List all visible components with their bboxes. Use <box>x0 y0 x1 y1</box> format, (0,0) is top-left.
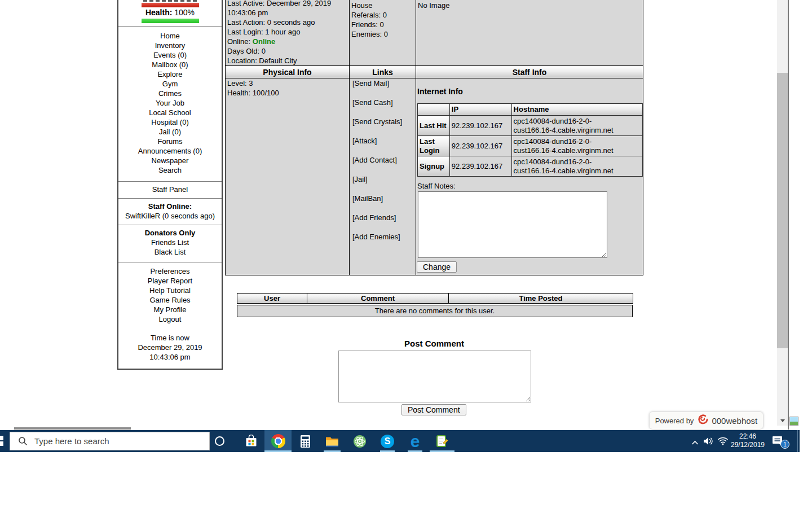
sidebar-item-explore[interactable]: Explore <box>118 69 222 79</box>
search-icon <box>18 436 28 446</box>
taskbar-item-chrome[interactable] <box>264 430 292 452</box>
sidebar-item-staff-panel[interactable]: Staff Panel <box>118 185 222 194</box>
taskbar-item-atom[interactable] <box>346 430 373 452</box>
avatar-cell: No Image <box>416 0 643 66</box>
sidebar-item-local-school[interactable]: Local School <box>118 108 222 117</box>
health-line: Health: 100% <box>118 8 222 17</box>
sidebar-item-logout[interactable]: Logout <box>118 314 222 324</box>
taskbar-item-skype[interactable]: S <box>374 430 401 452</box>
file-explorer-icon <box>325 436 339 447</box>
comments-table: User Comment Time Posted There are no co… <box>237 293 633 317</box>
volume-icon[interactable] <box>703 437 714 448</box>
powered-by-badge[interactable]: Powered by 000webhost <box>650 412 763 429</box>
taskbar-search-input[interactable]: Type here to search <box>10 432 210 450</box>
sidebar-item-hospital[interactable]: Hospital (0) <box>118 117 222 127</box>
house: House <box>351 1 414 10</box>
add-contact-link[interactable]: [Add Contact] <box>352 155 416 165</box>
send-crystals-link[interactable]: [Send Crystals] <box>352 117 416 126</box>
clock-date: 29/12/2019 <box>729 441 767 449</box>
sidebar-item-inventory[interactable]: Inventory <box>118 41 222 50</box>
change-button[interactable]: Change <box>417 261 457 273</box>
sidebar-item-events[interactable]: Events (0) <box>118 50 222 60</box>
send-mail-link[interactable]: [Send Mail] <box>352 78 416 88</box>
staff-online-value: SwiftKilleR (0 seconds ago) <box>118 211 222 221</box>
taskbar-item-calculator[interactable] <box>292 430 319 452</box>
taskbar-item-edge[interactable]: e <box>401 430 429 452</box>
health-value: 100% <box>174 8 195 17</box>
add-friends-link[interactable]: [Add Friends] <box>352 213 416 222</box>
wifi-icon[interactable] <box>717 437 729 448</box>
scrollbar-thumb[interactable] <box>777 73 788 348</box>
ip-table-corner <box>418 104 450 116</box>
show-desktop-button[interactable] <box>797 430 798 452</box>
activity-cell: Last Active: December 29, 2019 10:43:06 … <box>226 0 350 66</box>
microsoft-store-icon <box>245 435 258 448</box>
sidebar-item-your-job[interactable]: Your Job <box>118 98 222 108</box>
send-cash-link[interactable]: [Send Cash] <box>352 98 416 107</box>
row-label-last-hit: Last Hit <box>418 116 450 136</box>
windows-logo-icon <box>0 436 3 440</box>
hostname-line1: cpc140084-dund16-2-0- <box>514 137 641 146</box>
time-clock: 10:43:06 pm <box>118 352 222 362</box>
running-indicator <box>430 450 454 452</box>
sidebar-item-crimes[interactable]: Crimes <box>118 89 222 98</box>
calculator-icon <box>300 435 311 448</box>
running-indicator <box>324 450 341 452</box>
days-old: Days Old: 0 <box>227 46 347 56</box>
post-comment-textarea[interactable] <box>338 351 531 402</box>
sidebar-item-home[interactable]: Home <box>118 31 222 41</box>
scrollbar-down-button[interactable] <box>777 416 788 426</box>
sidebar-nav: Home Inventory Events (0) Mailbox (0) Ex… <box>118 26 222 181</box>
sidebar-item-search[interactable]: Search <box>118 165 222 175</box>
taskbar-item-microsoft-store[interactable] <box>237 430 264 452</box>
staff-notes-textarea[interactable] <box>418 191 607 258</box>
mailban-link[interactable]: [MailBan] <box>352 194 416 203</box>
taskbar-item-file-explorer[interactable] <box>319 430 346 452</box>
donators-section: Donators Only Friends List Black List <box>118 225 222 262</box>
sidebar-item-jail[interactable]: Jail (0) <box>118 127 222 137</box>
sidebar-item-newspaper[interactable]: Newspaper <box>118 156 222 165</box>
last-login-hostname: cpc140084-dund16-2-0-cust166.16-4.cable.… <box>511 136 642 156</box>
sidebar-item-forums[interactable]: Forums <box>118 137 222 146</box>
sidebar-item-mailbox[interactable]: Mailbox (0) <box>118 60 222 69</box>
staff-info-cell: Internet Info IP Hostname Last Hit 92.23… <box>416 78 643 275</box>
sidebar-item-help-tutorial[interactable]: Help Tutorial <box>118 286 222 295</box>
chrome-icon <box>271 434 285 448</box>
sidebar-item-announcements[interactable]: Announcements (0) <box>118 146 222 156</box>
sidebar-item-gym[interactable]: Gym <box>118 79 222 89</box>
social-cell: House Referals: 0 Friends: 0 Enemies: 0 <box>350 0 416 66</box>
header-physical-info: Physical Info <box>226 66 350 78</box>
post-comment-button[interactable]: Post Comment <box>401 404 466 415</box>
row-label-last-login: Last Login <box>418 136 450 156</box>
atom-icon <box>353 435 367 448</box>
hostname-line2: cust166.16-4.cable.virginm.net <box>514 146 641 155</box>
comments-header-comment: Comment <box>307 293 449 304</box>
hostname-line2: cust166.16-4.cable.virginm.net <box>514 167 641 176</box>
taskbar-clock[interactable]: 22:46 29/12/2019 <box>729 432 767 449</box>
tray-overflow-chevron-icon[interactable] <box>691 437 699 448</box>
cortana-icon[interactable] <box>215 436 224 446</box>
health-bar <box>142 19 199 23</box>
post-comment-title: Post Comment <box>338 339 530 348</box>
profile-table: Last Active: December 29, 2019 10:43:06 … <box>225 0 643 275</box>
sidebar-item-preferences[interactable]: Preferences <box>118 266 222 276</box>
staff-online-section: Staff Online: SwiftKilleR (0 seconds ago… <box>118 198 222 225</box>
referals: Referals: 0 <box>351 10 414 20</box>
last-login-ip: 92.239.102.167 <box>449 136 511 156</box>
header-links: Links <box>350 66 416 78</box>
taskbar-item-notepad-plus-plus[interactable] <box>429 430 456 452</box>
sidebar-item-black-list[interactable]: Black List <box>118 247 222 257</box>
start-button[interactable] <box>0 436 3 446</box>
sidebar-item-my-profile[interactable]: My Profile <box>118 305 222 314</box>
status-bars-section: Health: 100% <box>118 0 222 26</box>
jail-link[interactable]: [Jail] <box>352 174 416 184</box>
edge-icon: e <box>411 435 420 448</box>
attack-link[interactable]: [Attack] <box>352 136 416 146</box>
sidebar-item-player-report[interactable]: Player Report <box>118 276 222 286</box>
sidebar-item-friends-list[interactable]: Friends List <box>118 238 222 247</box>
powered-by-brand: 000webhost <box>712 416 757 426</box>
add-enemies-link[interactable]: [Add Enemies] <box>352 232 416 242</box>
sidebar-item-game-rules[interactable]: Game Rules <box>118 295 222 305</box>
donators-title: Donators Only <box>118 228 222 238</box>
windows-logo-icon <box>0 441 3 446</box>
